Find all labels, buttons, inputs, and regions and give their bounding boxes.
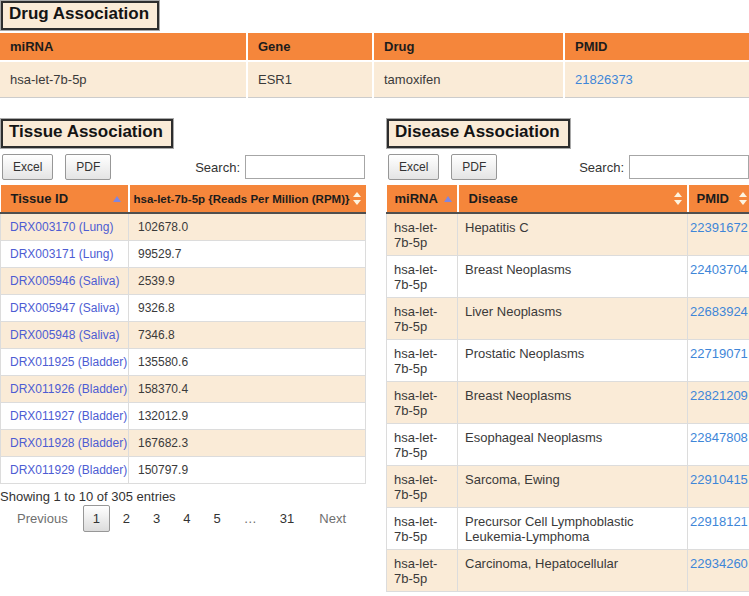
pmid-link[interactable]: 21826373 [575,72,633,87]
tissue-id-link[interactable]: DRX005948 (Saliva) [10,328,119,342]
disease-table-row: hsa-let-7b-5p Hepatitis C 22391672 [387,213,749,255]
drug-col-drug: Drug [373,33,564,61]
pmid-link[interactable]: 22683924 [690,304,748,319]
disease-col-pmid-label: PMID [697,191,730,206]
disease-cell: Breast Neoplasms [458,255,688,297]
pagination-next-button[interactable]: Next [307,505,358,532]
tissue-id-link[interactable]: DRX011927 (Bladder) [10,409,127,423]
disease-table-row: hsa-let-7b-5p Esophageal Neoplasms 22847… [387,423,749,465]
tissue-table-row: DRX011926 (Bladder) 158370.4 [1,375,366,402]
tissue-id-link[interactable]: DRX011929 (Bladder) [10,463,127,477]
tissue-search-input[interactable] [245,155,365,179]
pmid-cell: 22918121 [688,507,749,549]
tissue-id-cell: DRX011927 (Bladder) [1,402,129,429]
pmid-link[interactable]: 22934260 [690,556,748,571]
tissue-id-cell: DRX011926 (Bladder) [1,375,129,402]
tissue-col-rpm[interactable]: hsa-let-7b-5p {Reads Per Million (RPM)} [129,185,366,213]
disease-col-pmid[interactable]: PMID [688,185,749,213]
rpm-cell: 2539.9 [129,267,366,294]
disease-cell: Prostatic Neoplasms [458,339,688,381]
pmid-link[interactable]: 22918121 [690,514,748,529]
disease-table-row: hsa-let-7b-5p Sarcoma, Ewing 22910415 [387,465,749,507]
rpm-cell: 167682.3 [129,429,366,456]
pmid-cell: 22821209 [688,381,749,423]
pmid-cell: 22910415 [688,465,749,507]
tissue-table-row: DRX005947 (Saliva) 9326.8 [1,294,366,321]
disease-col-disease-label: Disease [469,191,518,206]
gene-cell: ESR1 [247,61,373,97]
tissue-id-cell: DRX005947 (Saliva) [1,294,129,321]
rpm-cell: 7346.8 [129,321,366,348]
pmid-cell: 22719071 [688,339,749,381]
tissue-id-cell: DRX011928 (Bladder) [1,429,129,456]
disease-association-table: miRNA Disease PMID hsa-let-7b-5p Hepatit… [386,185,749,592]
drug-table-row: hsa-let-7b-5p ESR1 tamoxifen 21826373 [0,61,749,97]
disease-col-mirna-label: miRNA [395,191,438,206]
tissue-table-row: DRX003170 (Lung) 102678.0 [1,213,366,240]
tissue-id-cell: DRX011925 (Bladder) [1,348,129,375]
pagination-previous-button[interactable]: Previous [5,505,80,532]
pagination-page-button[interactable]: 1 [83,505,110,532]
drug-cell: tamoxifen [373,61,564,97]
disease-search-label: Search: [579,160,624,175]
pagination-page-button[interactable]: 3 [143,505,170,532]
disease-pdf-button[interactable]: PDF [451,154,497,180]
tissue-search: Search: [195,155,365,179]
mirna-cell: hsa-let-7b-5p [387,381,458,423]
tissue-table-row: DRX011925 (Bladder) 135580.6 [1,348,366,375]
pmid-link[interactable]: 22910415 [690,472,748,487]
pagination-page-button[interactable]: … [234,505,267,532]
disease-table-row: hsa-let-7b-5p Precursor Cell Lymphoblast… [387,507,749,549]
tissue-id-link[interactable]: DRX003171 (Lung) [10,247,113,261]
disease-col-disease[interactable]: Disease [458,185,688,213]
tissue-table-row: DRX005946 (Saliva) 2539.9 [1,267,366,294]
tissue-id-cell: DRX003170 (Lung) [1,213,129,240]
disease-excel-button[interactable]: Excel [388,154,439,180]
tissue-table-row: DRX003171 (Lung) 99529.7 [1,240,366,267]
mirna-cell: hsa-let-7b-5p [387,339,458,381]
rpm-cell: 132012.9 [129,402,366,429]
mirna-cell: hsa-let-7b-5p [387,549,458,591]
tissue-table-header-row: Tissue ID hsa-let-7b-5p {Reads Per Milli… [1,185,366,213]
tissue-excel-button[interactable]: Excel [2,154,53,180]
pmid-link[interactable]: 22719071 [690,346,748,361]
pagination-page-button[interactable]: 2 [113,505,140,532]
tissue-id-link[interactable]: DRX011928 (Bladder) [10,436,127,450]
pagination-page-button[interactable]: 31 [270,505,304,532]
tissue-table-row: DRX011927 (Bladder) 132012.9 [1,402,366,429]
tissue-id-cell: DRX011929 (Bladder) [1,456,129,483]
pmid-link[interactable]: 22403704 [690,262,748,277]
sort-both-icon [674,192,682,205]
sort-both-icon [353,192,361,205]
mirna-cell: hsa-let-7b-5p [387,423,458,465]
tissue-id-link[interactable]: DRX005946 (Saliva) [10,274,119,288]
disease-table-row: hsa-let-7b-5p Carcinoma, Hepatocellular … [387,549,749,591]
pmid-cell: 22391672 [688,213,749,255]
tissue-id-link[interactable]: DRX005947 (Saliva) [10,301,119,315]
disease-search: Search: [579,155,749,179]
disease-table-header-row: miRNA Disease PMID [387,185,749,213]
rpm-cell: 102678.0 [129,213,366,240]
disease-search-input[interactable] [629,155,749,179]
sort-ascending-icon [113,196,121,202]
tissue-id-cell: DRX005946 (Saliva) [1,267,129,294]
tissue-table-controls: Excel PDF Search: [2,152,365,182]
tissue-table-row: DRX011929 (Bladder) 150797.9 [1,456,366,483]
tissue-id-link[interactable]: DRX011925 (Bladder) [10,355,127,369]
rpm-cell: 150797.9 [129,456,366,483]
mirna-cell: hsa-let-7b-5p [0,61,247,97]
tissue-id-link[interactable]: DRX003170 (Lung) [10,220,113,234]
pagination-page-button[interactable]: 5 [204,505,231,532]
pmid-link[interactable]: 22391672 [690,220,748,235]
disease-cell: Liver Neoplasms [458,297,688,339]
disease-table-row: hsa-let-7b-5p Prostatic Neoplasms 227190… [387,339,749,381]
tissue-id-link[interactable]: DRX011926 (Bladder) [10,382,127,396]
tissue-col-tissue-id[interactable]: Tissue ID [1,185,129,213]
pmid-cell: 22934260 [688,549,749,591]
tissue-pdf-button[interactable]: PDF [65,154,111,180]
pmid-link[interactable]: 22821209 [690,388,748,403]
pagination-page-button[interactable]: 4 [173,505,200,532]
pmid-link[interactable]: 22847808 [690,430,748,445]
disease-col-mirna[interactable]: miRNA [387,185,458,213]
mirna-cell: hsa-let-7b-5p [387,255,458,297]
